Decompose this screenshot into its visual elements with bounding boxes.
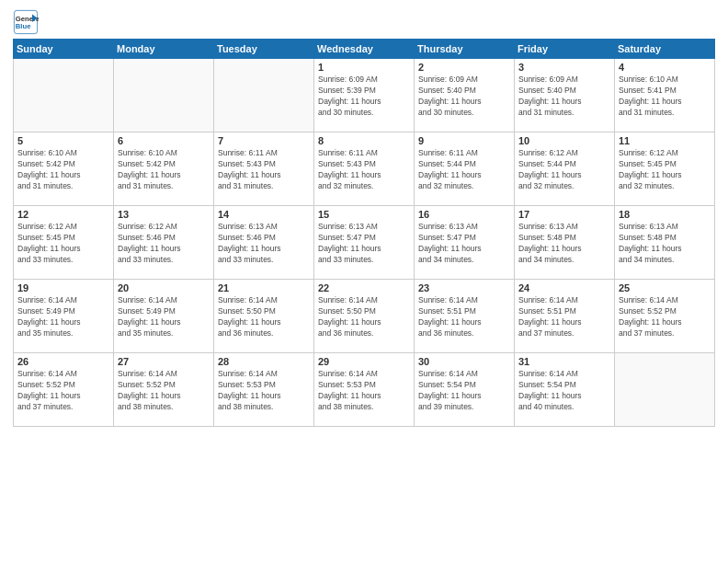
day-info: Sunrise: 6:14 AM Sunset: 5:53 PM Dayligh…: [318, 369, 410, 413]
day-number: 30: [418, 356, 510, 367]
calendar-cell: 9Sunrise: 6:11 AM Sunset: 5:44 PM Daylig…: [415, 132, 515, 206]
calendar-cell: [214, 59, 314, 132]
calendar-cell: 20Sunrise: 6:14 AM Sunset: 5:49 PM Dayli…: [114, 280, 214, 353]
calendar-cell: [114, 59, 214, 132]
calendar-cell: 8Sunrise: 6:11 AM Sunset: 5:43 PM Daylig…: [314, 132, 415, 206]
day-info: Sunrise: 6:13 AM Sunset: 5:47 PM Dayligh…: [418, 222, 510, 266]
day-number: 14: [218, 209, 310, 220]
day-info: Sunrise: 6:14 AM Sunset: 5:52 PM Dayligh…: [118, 369, 210, 413]
day-number: 5: [17, 135, 109, 146]
day-number: 4: [619, 62, 711, 73]
day-number: 31: [518, 356, 610, 367]
weekday-header-saturday: Saturday: [615, 40, 715, 59]
calendar-cell: [615, 353, 715, 427]
day-info: Sunrise: 6:13 AM Sunset: 5:46 PM Dayligh…: [218, 222, 310, 266]
logo-icon: General Blue: [13, 9, 39, 35]
calendar-cell: 5Sunrise: 6:10 AM Sunset: 5:42 PM Daylig…: [14, 132, 114, 206]
svg-text:Blue: Blue: [16, 22, 31, 30]
week-row-4: 19Sunrise: 6:14 AM Sunset: 5:49 PM Dayli…: [14, 280, 715, 353]
day-number: 22: [318, 282, 410, 293]
calendar-cell: 15Sunrise: 6:13 AM Sunset: 5:47 PM Dayli…: [314, 206, 415, 280]
page: General Blue SundayMondayTuesdayWednesda…: [0, 0, 728, 563]
weekday-header-thursday: Thursday: [415, 40, 515, 59]
day-info: Sunrise: 6:14 AM Sunset: 5:54 PM Dayligh…: [418, 369, 510, 413]
day-info: Sunrise: 6:11 AM Sunset: 5:43 PM Dayligh…: [318, 148, 410, 192]
day-info: Sunrise: 6:14 AM Sunset: 5:50 PM Dayligh…: [218, 295, 310, 339]
day-info: Sunrise: 6:14 AM Sunset: 5:52 PM Dayligh…: [619, 295, 711, 339]
calendar-cell: 14Sunrise: 6:13 AM Sunset: 5:46 PM Dayli…: [214, 206, 314, 280]
day-info: Sunrise: 6:09 AM Sunset: 5:40 PM Dayligh…: [518, 75, 610, 119]
day-info: Sunrise: 6:14 AM Sunset: 5:49 PM Dayligh…: [118, 295, 210, 339]
calendar-cell: 21Sunrise: 6:14 AM Sunset: 5:50 PM Dayli…: [214, 280, 314, 353]
day-number: 19: [17, 282, 109, 293]
day-info: Sunrise: 6:13 AM Sunset: 5:48 PM Dayligh…: [518, 222, 610, 266]
day-number: 27: [118, 356, 210, 367]
day-info: Sunrise: 6:14 AM Sunset: 5:54 PM Dayligh…: [518, 369, 610, 413]
day-info: Sunrise: 6:10 AM Sunset: 5:41 PM Dayligh…: [619, 75, 711, 119]
week-row-5: 26Sunrise: 6:14 AM Sunset: 5:52 PM Dayli…: [14, 353, 715, 427]
calendar-cell: 6Sunrise: 6:10 AM Sunset: 5:42 PM Daylig…: [114, 132, 214, 206]
day-number: 17: [518, 209, 610, 220]
day-info: Sunrise: 6:09 AM Sunset: 5:40 PM Dayligh…: [418, 75, 510, 119]
calendar-cell: 17Sunrise: 6:13 AM Sunset: 5:48 PM Dayli…: [515, 206, 615, 280]
day-number: 11: [619, 135, 711, 146]
weekday-header-wednesday: Wednesday: [314, 40, 415, 59]
day-number: 2: [418, 62, 510, 73]
day-info: Sunrise: 6:14 AM Sunset: 5:53 PM Dayligh…: [218, 369, 310, 413]
logo: General Blue: [13, 9, 40, 35]
calendar-cell: 29Sunrise: 6:14 AM Sunset: 5:53 PM Dayli…: [314, 353, 415, 427]
calendar-cell: 11Sunrise: 6:12 AM Sunset: 5:45 PM Dayli…: [615, 132, 715, 206]
calendar-cell: 23Sunrise: 6:14 AM Sunset: 5:51 PM Dayli…: [415, 280, 515, 353]
day-info: Sunrise: 6:12 AM Sunset: 5:45 PM Dayligh…: [619, 148, 711, 192]
day-info: Sunrise: 6:11 AM Sunset: 5:43 PM Dayligh…: [218, 148, 310, 192]
day-info: Sunrise: 6:14 AM Sunset: 5:51 PM Dayligh…: [418, 295, 510, 339]
calendar-cell: 22Sunrise: 6:14 AM Sunset: 5:50 PM Dayli…: [314, 280, 415, 353]
day-number: 20: [118, 282, 210, 293]
day-info: Sunrise: 6:11 AM Sunset: 5:44 PM Dayligh…: [418, 148, 510, 192]
day-info: Sunrise: 6:14 AM Sunset: 5:51 PM Dayligh…: [518, 295, 610, 339]
day-number: 21: [218, 282, 310, 293]
calendar-cell: 28Sunrise: 6:14 AM Sunset: 5:53 PM Dayli…: [214, 353, 314, 427]
day-info: Sunrise: 6:14 AM Sunset: 5:49 PM Dayligh…: [17, 295, 109, 339]
day-number: 29: [318, 356, 410, 367]
day-number: 28: [218, 356, 310, 367]
day-info: Sunrise: 6:13 AM Sunset: 5:47 PM Dayligh…: [318, 222, 410, 266]
calendar-cell: 24Sunrise: 6:14 AM Sunset: 5:51 PM Dayli…: [515, 280, 615, 353]
day-number: 15: [318, 209, 410, 220]
day-number: 26: [17, 356, 109, 367]
day-info: Sunrise: 6:09 AM Sunset: 5:39 PM Dayligh…: [318, 75, 410, 119]
calendar-table: SundayMondayTuesdayWednesdayThursdayFrid…: [13, 39, 715, 427]
weekday-header-monday: Monday: [114, 40, 214, 59]
day-info: Sunrise: 6:14 AM Sunset: 5:50 PM Dayligh…: [318, 295, 410, 339]
calendar-cell: [14, 59, 114, 132]
calendar-cell: 2Sunrise: 6:09 AM Sunset: 5:40 PM Daylig…: [415, 59, 515, 132]
calendar-cell: 4Sunrise: 6:10 AM Sunset: 5:41 PM Daylig…: [615, 59, 715, 132]
calendar-cell: 7Sunrise: 6:11 AM Sunset: 5:43 PM Daylig…: [214, 132, 314, 206]
day-number: 23: [418, 282, 510, 293]
calendar-cell: 3Sunrise: 6:09 AM Sunset: 5:40 PM Daylig…: [515, 59, 615, 132]
weekday-header-tuesday: Tuesday: [214, 40, 314, 59]
calendar-cell: 10Sunrise: 6:12 AM Sunset: 5:44 PM Dayli…: [515, 132, 615, 206]
calendar-cell: 1Sunrise: 6:09 AM Sunset: 5:39 PM Daylig…: [314, 59, 415, 132]
day-number: 7: [218, 135, 310, 146]
day-number: 25: [619, 282, 711, 293]
day-info: Sunrise: 6:10 AM Sunset: 5:42 PM Dayligh…: [118, 148, 210, 192]
day-info: Sunrise: 6:10 AM Sunset: 5:42 PM Dayligh…: [17, 148, 109, 192]
calendar-cell: 31Sunrise: 6:14 AM Sunset: 5:54 PM Dayli…: [515, 353, 615, 427]
day-number: 10: [518, 135, 610, 146]
calendar-cell: 25Sunrise: 6:14 AM Sunset: 5:52 PM Dayli…: [615, 280, 715, 353]
calendar-cell: 13Sunrise: 6:12 AM Sunset: 5:46 PM Dayli…: [114, 206, 214, 280]
day-number: 12: [17, 209, 109, 220]
day-info: Sunrise: 6:12 AM Sunset: 5:44 PM Dayligh…: [518, 148, 610, 192]
day-number: 8: [318, 135, 410, 146]
header: General Blue: [13, 9, 715, 35]
week-row-3: 12Sunrise: 6:12 AM Sunset: 5:45 PM Dayli…: [14, 206, 715, 280]
day-number: 1: [318, 62, 410, 73]
weekday-header-row: SundayMondayTuesdayWednesdayThursdayFrid…: [14, 40, 715, 59]
day-number: 16: [418, 209, 510, 220]
day-number: 13: [118, 209, 210, 220]
calendar-cell: 30Sunrise: 6:14 AM Sunset: 5:54 PM Dayli…: [415, 353, 515, 427]
calendar-cell: 26Sunrise: 6:14 AM Sunset: 5:52 PM Dayli…: [14, 353, 114, 427]
day-info: Sunrise: 6:12 AM Sunset: 5:46 PM Dayligh…: [118, 222, 210, 266]
week-row-1: 1Sunrise: 6:09 AM Sunset: 5:39 PM Daylig…: [14, 59, 715, 132]
